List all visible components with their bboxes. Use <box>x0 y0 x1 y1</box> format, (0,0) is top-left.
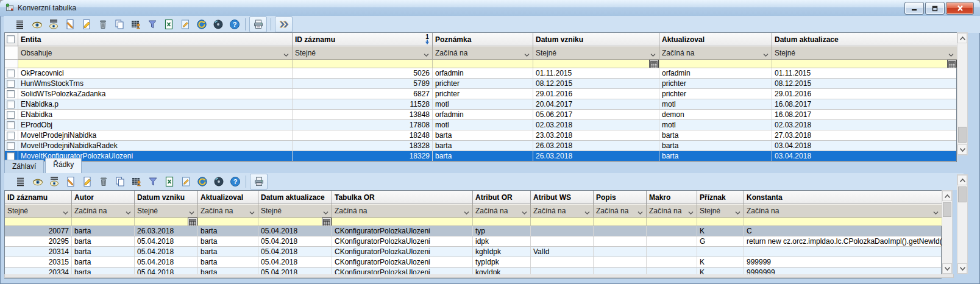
delete-trash-icon[interactable] <box>94 17 111 32</box>
column-header-4[interactable]: Datum aktualizace <box>258 191 332 204</box>
filter-operator-dropdown-2[interactable]: Stejné <box>135 204 198 218</box>
scroll-thumb[interactable] <box>958 186 967 202</box>
filter-operator-dropdown-11[interactable]: Začíná na <box>744 204 942 218</box>
export-excel-icon[interactable] <box>160 17 177 32</box>
filter-operator-dropdown-1[interactable]: Stejné <box>293 46 433 60</box>
new-document-icon[interactable] <box>62 174 79 189</box>
refresh-icon[interactable] <box>194 174 210 189</box>
filter-operator-dropdown-10[interactable]: Stejné <box>697 204 744 218</box>
column-header-1[interactable]: ID záznamu1 <box>293 33 433 46</box>
checkbox[interactable] <box>7 111 15 119</box>
column-header-9[interactable]: Makro <box>647 191 697 204</box>
scroll-down-icon[interactable] <box>957 144 967 155</box>
filter-input-1[interactable] <box>293 60 433 68</box>
menu-lines-icon[interactable] <box>13 174 29 189</box>
help-icon[interactable]: ? <box>226 17 243 32</box>
table-row[interactable]: SolidWTsPolozkaZadanka6827prichter29.01.… <box>5 89 956 99</box>
table-row[interactable]: MoveItProdejniNabidka18248barta23.03.201… <box>5 130 956 141</box>
edit-document-icon[interactable] <box>78 17 94 32</box>
table-row[interactable]: HunWmsStockTrns5789prichter08.12.2015pri… <box>5 79 956 89</box>
scroll-up-icon[interactable] <box>942 191 952 201</box>
column-header-2[interactable]: Poznámka <box>433 33 533 46</box>
printer-icon[interactable] <box>249 16 267 32</box>
copy-document-icon[interactable] <box>112 174 128 189</box>
filter-operator-dropdown-3[interactable]: Začíná na <box>198 204 258 218</box>
filter-operator-dropdown-4[interactable]: Stejné <box>258 204 332 218</box>
column-header-2[interactable]: Datum vzniku <box>135 191 198 204</box>
filter-input-7[interactable] <box>531 218 594 226</box>
table-row[interactable]: 20077barta26.03.2018barta05.04.2018CKonf… <box>5 226 941 236</box>
filter-input-2[interactable] <box>433 60 533 68</box>
filter-input-4[interactable] <box>258 218 332 226</box>
filter-operator-dropdown-8[interactable]: Začíná na <box>594 204 647 218</box>
tab-zahlavi[interactable]: Záhlaví <box>4 160 44 173</box>
filter-input-4[interactable] <box>659 60 772 68</box>
refresh-icon[interactable] <box>193 17 210 32</box>
checkbox[interactable] <box>7 69 15 77</box>
disc-icon[interactable] <box>210 174 227 189</box>
main-grid-scrollbar[interactable] <box>957 32 968 155</box>
column-header-8[interactable]: Popis <box>594 191 647 204</box>
scroll-thumb[interactable] <box>943 202 951 217</box>
copy-document-icon[interactable] <box>111 17 127 32</box>
table-user-icon[interactable] <box>128 174 144 189</box>
filter-input-11[interactable] <box>744 218 942 226</box>
table-row[interactable]: OkPracovnici5026orfadmin01.11.2015orfadm… <box>5 68 956 79</box>
column-header-0[interactable]: ID záznamu <box>5 191 72 204</box>
delete-trash-icon[interactable] <box>95 174 112 189</box>
column-header-11[interactable]: Konstanta <box>744 191 942 204</box>
expand-chevrons-icon[interactable] <box>275 16 293 32</box>
filter-funnel-icon[interactable] <box>144 174 161 189</box>
help-icon[interactable]: ? <box>227 174 243 189</box>
checkbox[interactable] <box>7 142 15 150</box>
scroll-down-icon[interactable] <box>957 263 967 274</box>
edit-note-icon[interactable] <box>177 17 193 32</box>
detail-grid-scrollbar[interactable] <box>942 190 953 274</box>
filter-operator-dropdown-6[interactable]: Začíná na <box>473 204 531 218</box>
filter-operator-dropdown-9[interactable]: Začíná na <box>647 204 697 218</box>
menu-lines-icon[interactable] <box>12 17 29 32</box>
view-eye-rows-icon[interactable] <box>45 17 62 32</box>
minimize-button[interactable] <box>904 2 924 15</box>
filter-operator-dropdown-5[interactable]: Začíná na <box>332 204 473 218</box>
view-eye-icon[interactable] <box>29 17 45 32</box>
column-header-5[interactable]: Tabulka OR <box>332 191 473 204</box>
column-header-3[interactable]: Aktualizoval <box>198 191 258 204</box>
checkbox[interactable] <box>7 121 15 129</box>
scroll-up-icon[interactable] <box>957 175 967 185</box>
calendar-button[interactable] <box>322 218 332 226</box>
scroll-down-icon[interactable] <box>942 263 952 274</box>
title-bar[interactable]: Konverzní tabulka <box>0 0 980 16</box>
filter-input-5[interactable] <box>772 60 957 68</box>
checkbox[interactable] <box>7 90 15 98</box>
filter-input-3[interactable] <box>198 218 258 226</box>
filter-input-9[interactable] <box>647 218 697 226</box>
filter-funnel-icon[interactable] <box>144 17 160 32</box>
column-header-5[interactable]: Datum aktualizace <box>772 33 957 46</box>
filter-operator-dropdown-5[interactable]: Stejné <box>772 46 957 60</box>
filter-input-6[interactable] <box>473 218 531 226</box>
edit-document-icon[interactable] <box>79 174 95 189</box>
filter-input-5[interactable] <box>332 218 473 226</box>
column-header-1[interactable]: Autor <box>72 191 135 204</box>
close-button[interactable] <box>946 2 974 15</box>
checkbox[interactable] <box>7 35 15 43</box>
printer-icon[interactable] <box>250 174 268 190</box>
calendar-button[interactable] <box>649 60 659 68</box>
table-row[interactable]: 20315barta05.04.2018barta05.04.2018CKonf… <box>5 257 941 268</box>
table-row[interactable]: 20314barta05.04.2018barta05.04.2018CKonf… <box>5 247 941 257</box>
header-checkbox-cell[interactable] <box>5 33 18 46</box>
table-user-icon[interactable] <box>127 17 144 32</box>
table-row[interactable]: 20295barta05.04.2018barta05.04.2018CKonf… <box>5 236 941 247</box>
filter-operator-dropdown-7[interactable]: Začíná na <box>531 204 594 218</box>
column-header-0[interactable]: Entita <box>18 33 293 46</box>
calendar-button[interactable] <box>947 60 957 68</box>
scroll-thumb[interactable] <box>958 127 967 143</box>
column-header-10[interactable]: Příznak <box>697 191 744 204</box>
filter-operator-dropdown-1[interactable]: Začíná na <box>72 204 135 218</box>
edit-note-icon[interactable] <box>177 174 194 189</box>
maximize-button[interactable] <box>925 2 945 15</box>
view-eye-rows-icon[interactable] <box>46 174 62 189</box>
filter-operator-dropdown-0[interactable]: Stejné <box>5 204 72 218</box>
filter-operator-dropdown-0[interactable]: Obsahuje <box>18 46 293 60</box>
